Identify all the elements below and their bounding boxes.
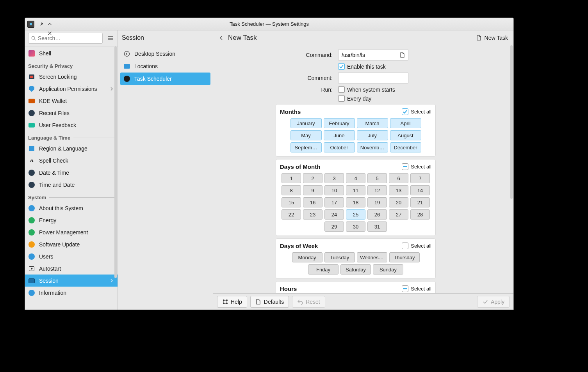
sidebar-group-language-time: Language & Time [25,131,118,142]
sidebar-item-about-system[interactable]: About this System [25,202,118,214]
window-maximize-icon[interactable] [45,20,54,28]
month-toggle[interactable]: April [390,118,421,128]
day-toggle[interactable]: 29 [324,221,344,232]
day-toggle[interactable]: 30 [346,221,365,232]
day-toggle[interactable]: 7 [410,173,430,183]
day-toggle[interactable]: 21 [410,197,430,207]
weekday-toggle[interactable]: Tuesday [324,252,355,262]
day-toggle[interactable]: 5 [367,173,387,183]
reset-button[interactable]: Reset [292,296,325,308]
sidebar-item-screen-locking[interactable]: Screen Locking [25,71,118,83]
dom-title: Days of Month [280,163,320,170]
weekday-toggle[interactable]: Saturday [340,264,371,275]
month-toggle[interactable]: May [290,130,322,140]
hours-select-all-checkbox[interactable]: Select all [402,285,431,292]
day-toggle[interactable]: 9 [303,185,323,195]
window-minimize-icon[interactable] [45,18,54,19]
sidebar-item-session[interactable]: Session [25,275,118,287]
day-toggle[interactable]: 19 [367,197,387,207]
sidebar-item-recent-files[interactable]: Recent Files [25,107,118,119]
window-close-icon[interactable] [45,29,54,38]
day-toggle[interactable]: 20 [389,197,408,207]
session-icon [28,277,35,284]
enable-task-checkbox[interactable]: Enable this task [338,63,506,70]
day-toggle[interactable]: 17 [324,197,344,207]
sidebar-item-user-feedback[interactable]: User Feedback [25,119,118,131]
sidebar-item-users[interactable]: Users [25,250,118,262]
month-toggle[interactable]: August [390,130,421,140]
weekday-toggle[interactable]: Monday [292,252,323,262]
day-toggle[interactable]: 24 [324,209,344,220]
subpanel-item-desktop-session[interactable]: Desktop Session [120,48,210,60]
day-toggle[interactable]: 11 [346,185,365,195]
weekday-toggle[interactable]: Wednes… [357,252,387,262]
sidebar-item-date-time[interactable]: Date & Time [25,167,118,179]
months-select-all-checkbox[interactable]: Select all [402,108,431,115]
weekday-toggle[interactable]: Friday [308,264,339,275]
lock-icon [28,73,35,80]
sidebar-item-spell-check[interactable]: ASpell Check [25,154,118,167]
every-day-checkbox[interactable]: Every day [338,95,506,102]
months-card: Months Select all JanuaryFebruaryMarchAp… [276,104,436,157]
month-toggle[interactable]: January [290,118,322,128]
subpanel-item-task-scheduler[interactable]: Task Scheduler [120,73,210,85]
sidebar-item-software-update[interactable]: Software Update [25,238,118,250]
sidebar-item-application-permissions[interactable]: Application Permissions [25,83,118,95]
sidebar-item-power-management[interactable]: Power Management [25,226,118,238]
day-toggle[interactable]: 10 [324,185,344,195]
sidebar-item-region-language[interactable]: Region & Language [25,142,118,154]
month-toggle[interactable]: Septem… [290,142,322,152]
day-toggle[interactable]: 6 [389,173,408,183]
day-toggle[interactable]: 14 [410,185,430,195]
day-toggle[interactable]: 28 [410,209,430,220]
day-toggle[interactable]: 16 [303,197,323,207]
month-toggle[interactable]: December [390,142,421,152]
when-system-starts-checkbox[interactable]: When system starts [338,86,506,93]
svg-point-2 [125,51,130,57]
file-picker-icon[interactable] [399,51,406,59]
day-toggle[interactable]: 2 [303,173,323,183]
sidebar-item-shell[interactable]: Shell [25,47,118,59]
month-toggle[interactable]: June [324,130,355,140]
comment-input[interactable] [338,72,408,84]
sidebar-item-time-and-date[interactable]: Time and Date [25,179,118,191]
month-toggle[interactable]: October [324,142,355,152]
day-toggle[interactable]: 25 [346,209,365,220]
day-toggle[interactable]: 26 [367,209,387,220]
sidebar-item-autostart[interactable]: Autostart [25,262,118,275]
defaults-button[interactable]: Defaults [250,296,289,308]
month-toggle[interactable]: July [357,130,388,140]
dom-select-all-checkbox[interactable]: Select all [402,163,431,170]
power-icon [28,229,35,236]
day-toggle[interactable]: 31 [367,221,387,232]
subpanel-item-locations[interactable]: Locations [120,60,210,73]
help-button[interactable]: Help [217,296,247,308]
day-toggle[interactable]: 1 [282,173,301,183]
day-toggle[interactable]: 4 [346,173,365,183]
day-toggle[interactable]: 18 [346,197,365,207]
month-toggle[interactable]: February [324,118,355,128]
day-toggle[interactable]: 27 [389,209,408,220]
day-toggle[interactable]: 13 [389,185,408,195]
day-toggle[interactable]: 22 [282,209,301,220]
day-toggle[interactable]: 12 [367,185,387,195]
dow-select-all-checkbox[interactable]: Select all [402,243,431,249]
day-toggle[interactable]: 8 [282,185,301,195]
weekday-toggle[interactable]: Sunday [373,264,403,275]
command-input[interactable] [338,49,408,61]
sidebar-scrollbar[interactable] [114,46,117,310]
pin-icon[interactable] [37,20,45,28]
sidebar-item-information[interactable]: Information [25,287,118,299]
svg-line-1 [34,39,36,40]
sidebar-item-kde-wallet[interactable]: KDE Wallet [25,95,118,107]
day-toggle[interactable]: 23 [303,209,323,220]
check-icon [482,299,488,305]
day-toggle[interactable]: 3 [324,173,344,183]
apply-button[interactable]: Apply [477,296,510,308]
weekday-toggle[interactable]: Thursday [389,252,420,262]
day-toggle[interactable]: 15 [282,197,301,207]
content-scrollbar[interactable] [510,45,513,293]
sidebar-item-energy[interactable]: Energy [25,214,118,226]
month-toggle[interactable]: Novemb… [357,142,388,152]
month-toggle[interactable]: March [357,118,388,128]
